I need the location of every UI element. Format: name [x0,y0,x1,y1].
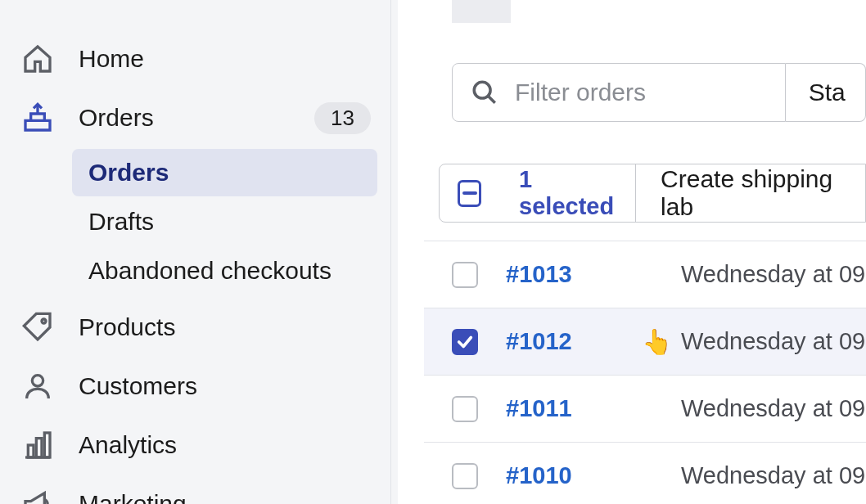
search-icon [471,79,498,106]
svg-rect-4 [44,433,50,457]
svg-point-5 [474,82,490,98]
filter-row: Sta [452,63,866,122]
nav-analytics[interactable]: Analytics [0,416,390,475]
orders-subnav: Orders Drafts Abandoned checkouts [0,149,390,295]
nav-label: Orders [79,104,154,132]
nav-customers[interactable]: Customers [0,357,390,416]
svg-point-1 [32,376,43,386]
svg-rect-3 [36,439,42,457]
nav-label: Home [79,45,144,73]
orders-badge: 13 [314,102,371,134]
order-row[interactable]: #1012 👆 Wednesday at 09 [424,308,866,375]
main-content: Sta 1 selected Create shipping lab #1013… [398,0,866,504]
home-icon [20,41,56,77]
nav-label: Customers [79,372,197,400]
nav-products[interactable]: Products [0,298,390,357]
select-all-indeterminate-checkbox[interactable] [458,180,481,207]
order-id-link[interactable]: #1011 [506,395,653,422]
row-checkbox[interactable] [452,329,478,355]
order-id-link[interactable]: #1013 [506,261,653,288]
order-date: Wednesday at 09 [681,395,865,422]
svg-rect-2 [28,445,34,457]
nav-label: Analytics [79,431,177,459]
bulk-action-bar: 1 selected Create shipping lab [439,164,866,223]
create-shipping-label-button[interactable]: Create shipping lab [636,164,865,222]
megaphone-icon [20,486,56,504]
order-row[interactable]: #1013 Wednesday at 09 [424,241,866,308]
order-row[interactable]: #1010 Wednesday at 09 [424,442,866,504]
order-list: #1013 Wednesday at 09 #1012 👆 Wednesday … [424,241,866,504]
svg-point-0 [42,319,46,323]
subnav-orders[interactable]: Orders [72,149,377,196]
subnav-drafts[interactable]: Drafts [72,198,377,245]
order-date: Wednesday at 09 [681,328,865,355]
nav-orders[interactable]: Orders 13 [0,88,390,147]
tag-icon [20,309,56,345]
pointer-cursor-icon: 👆 [642,330,672,354]
search-input-wrap[interactable] [452,63,786,122]
row-checkbox[interactable] [452,262,478,288]
nav-label: Marketing [79,490,187,504]
nav-marketing[interactable]: Marketing [0,475,390,504]
selected-count: 1 selected [519,166,617,220]
row-checkbox[interactable] [452,463,478,489]
analytics-icon [20,427,56,463]
row-checkbox[interactable] [452,396,478,422]
order-row[interactable]: #1011 Wednesday at 09 [424,375,866,442]
order-date: Wednesday at 09 [681,261,865,288]
nav-home[interactable]: Home [0,29,390,88]
bulk-selection[interactable]: 1 selected [440,164,636,222]
sidebar: Home Orders 13 Orders Drafts Abandoned c… [0,0,391,504]
order-date: Wednesday at 09 [681,462,865,489]
orders-icon [20,100,56,136]
nav-label: Products [79,313,175,341]
subnav-abandoned[interactable]: Abandoned checkouts [72,247,377,295]
svg-line-6 [488,96,495,103]
filter-orders-input[interactable] [515,79,767,106]
user-icon [20,368,56,404]
header-fragment [452,0,511,23]
order-id-link[interactable]: #1012 [506,328,653,355]
status-filter-button[interactable]: Sta [786,63,866,122]
order-id-link[interactable]: #1010 [506,462,653,489]
